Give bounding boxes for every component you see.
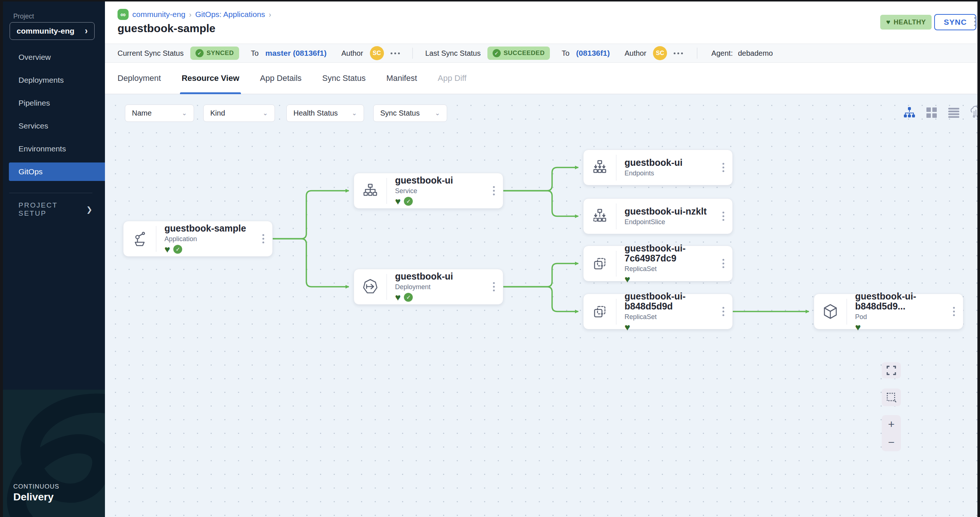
node-more-options-button[interactable] xyxy=(493,282,495,291)
node-title: guestbook-ui-nzklt xyxy=(625,206,722,217)
tab-app-diff: App Diff xyxy=(438,63,467,94)
node-more-options-button[interactable] xyxy=(493,186,495,195)
node-more-options-button[interactable] xyxy=(722,259,724,268)
synced-check-icon: ✓ xyxy=(404,197,413,206)
grid-view-icon[interactable] xyxy=(925,106,938,119)
node-endpointslice-guestbook-ui-nzklt[interactable]: guestbook-ui-nzklt EndpointSlice ♥✓ xyxy=(583,198,733,234)
tab-sync-status[interactable]: Sync Status xyxy=(322,63,366,94)
window-edge xyxy=(0,0,980,2)
node-service-guestbook-ui[interactable]: guestbook-ui Service ♥✓ xyxy=(354,173,503,209)
endpoints-icon xyxy=(584,159,616,176)
gitops-logo-icon: ∞ xyxy=(118,9,129,20)
kind-filter-label: Kind xyxy=(210,109,225,117)
name-filter-dropdown[interactable]: Name ⌄ xyxy=(125,105,194,122)
fullscreen-button[interactable] xyxy=(882,362,901,379)
node-more-options-button[interactable] xyxy=(953,307,955,316)
health-status-filter-dropdown[interactable]: Health Status ⌄ xyxy=(286,105,364,122)
tab-resource-view[interactable]: Resource View xyxy=(181,63,239,94)
project-setup-toggle[interactable]: PROJECT SETUP ❯︎ xyxy=(19,201,92,217)
current-sync-target-link[interactable]: master (08136f1) xyxy=(265,49,327,58)
zoom-control: + − xyxy=(882,415,901,451)
view-toggle-group xyxy=(903,106,980,119)
synced-badge-label: SYNCED xyxy=(207,49,234,57)
breadcrumb-project-link[interactable]: community-eng xyxy=(132,10,186,19)
replicaset-icon xyxy=(584,303,616,320)
node-deployment-guestbook-ui[interactable]: guestbook-ui Deployment ♥✓ xyxy=(354,269,503,304)
node-title: guestbook-ui xyxy=(395,271,493,282)
name-filter-label: Name xyxy=(132,109,151,117)
node-more-options-button[interactable] xyxy=(262,234,264,243)
chevron-right-icon: › xyxy=(85,25,88,36)
sidebar-item-deployments[interactable]: Deployments xyxy=(0,69,105,92)
sync-status-filter-dropdown[interactable]: Sync Status ⌄ xyxy=(373,105,447,122)
sync-button-label: SYNC xyxy=(944,18,967,27)
node-more-options-button[interactable] xyxy=(722,163,724,172)
tab-manifest[interactable]: Manifest xyxy=(386,63,417,94)
node-pod-guestbook-ui-b848d5d9[interactable]: guestbook-ui-b848d5d9... Pod ♥✓ xyxy=(814,293,963,330)
divider xyxy=(412,48,413,59)
kind-filter-dropdown[interactable]: Kind ⌄ xyxy=(203,105,275,122)
agent-value: debademo xyxy=(738,49,773,58)
node-kind: Service xyxy=(395,187,493,195)
healthy-heart-icon: ♥ xyxy=(625,322,630,332)
sync-status-filter-label: Sync Status xyxy=(380,109,420,117)
tab-app-details[interactable]: App Details xyxy=(260,63,302,94)
tree-view-icon[interactable] xyxy=(903,106,916,119)
check-circle-icon: ✓ xyxy=(493,49,501,57)
current-sync-status-label: Current Sync Status xyxy=(118,49,184,58)
sidebar-item-services[interactable]: Services xyxy=(0,114,105,137)
window-edge xyxy=(0,0,3,517)
last-sync-target-link[interactable]: (08136f1) xyxy=(576,49,610,58)
sidebar-item-pipelines[interactable]: Pipelines xyxy=(0,92,105,114)
author-avatar: SC xyxy=(653,46,667,60)
chevron-down-icon: ❯︎ xyxy=(86,205,92,214)
node-kind: Deployment xyxy=(395,283,493,291)
node-more-options-button[interactable] xyxy=(722,212,724,221)
list-view-icon[interactable] xyxy=(948,106,960,119)
pod-icon xyxy=(814,303,846,320)
node-kind: EndpointSlice xyxy=(625,218,722,226)
zoom-in-button[interactable]: + xyxy=(888,419,895,430)
node-replicaset-guestbook-ui-7c64987dc9[interactable]: guestbook-ui-7c64987dc9 ReplicaSet ♥✓ xyxy=(583,246,733,281)
project-selector-value: community-eng xyxy=(17,27,74,35)
sidebar-item-overview[interactable]: Overview xyxy=(0,46,105,69)
node-endpoints-guestbook-ui[interactable]: guestbook-ui Endpoints ♥✓ xyxy=(583,149,733,186)
synced-check-icon: ✓ xyxy=(173,245,182,254)
author-label: Author xyxy=(342,49,363,58)
sidebar: Project community-eng › Overview Deploym… xyxy=(0,0,105,517)
chevron-down-icon: ⌄ xyxy=(352,109,357,117)
sync-button[interactable]: SYNC xyxy=(934,14,976,30)
healthy-heart-icon: ♥ xyxy=(164,244,170,254)
healthy-heart-icon: ♥ xyxy=(625,274,630,284)
project-selector[interactable]: community-eng › xyxy=(10,22,95,40)
breadcrumb-applications-link[interactable]: GitOps: Applications xyxy=(195,10,265,19)
healthy-heart-icon: ♥ xyxy=(395,292,401,302)
health-status-badge: ♥ HEALTHY xyxy=(880,15,932,30)
node-title: guestbook-ui-b848d5d9... xyxy=(855,291,953,312)
current-sync-more-button[interactable] xyxy=(391,52,400,54)
node-application-guestbook-sample[interactable]: guestbook-sample Application ♥✓ xyxy=(123,221,273,257)
node-title: guestbook-ui-b848d5d9d xyxy=(625,291,722,312)
chevron-down-icon: ⌄ xyxy=(435,109,440,117)
brand-continuous-label: CONTINUOUS xyxy=(13,483,59,490)
last-sync-more-button[interactable] xyxy=(674,52,683,54)
node-kind: ReplicaSet xyxy=(625,313,722,321)
sidebar-item-environments[interactable]: Environments xyxy=(0,137,105,160)
chevron-down-icon: ⌄ xyxy=(182,109,187,117)
sidebar-item-gitops[interactable]: GitOps xyxy=(9,162,105,181)
to-label: To xyxy=(562,49,570,58)
synced-check-icon: ✓ xyxy=(404,293,413,302)
node-kind: ReplicaSet xyxy=(625,265,722,273)
node-replicaset-guestbook-ui-b848d5d9d[interactable]: guestbook-ui-b848d5d9d ReplicaSet ♥✓ xyxy=(583,293,733,330)
marquee-select-button[interactable] xyxy=(882,389,901,406)
node-title: guestbook-sample xyxy=(164,224,262,234)
author-label: Author xyxy=(625,49,646,58)
node-more-options-button[interactable] xyxy=(722,307,724,316)
header-more-options-button[interactable] xyxy=(974,17,976,26)
zoom-out-button[interactable]: − xyxy=(888,437,895,448)
last-sync-status-label: Last Sync Status xyxy=(425,49,481,58)
page-title: guestbook-sample xyxy=(118,22,215,35)
tab-deployment[interactable]: Deployment xyxy=(118,63,161,94)
node-kind: Application xyxy=(164,235,262,243)
resource-tree-canvas[interactable]: Name ⌄ Kind ⌄ Health Status ⌄ Sync Statu… xyxy=(105,94,980,517)
